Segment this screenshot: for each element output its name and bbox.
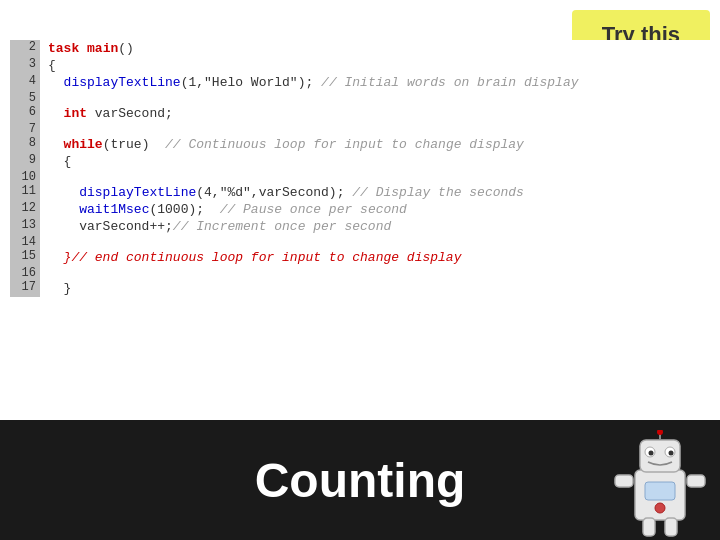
code-line [40, 91, 710, 105]
svg-rect-1 [640, 440, 680, 472]
table-row: 17 } [10, 280, 710, 297]
line-number: 16 [10, 266, 40, 280]
code-line [40, 170, 710, 184]
table-row: 3 { [10, 57, 710, 74]
line-number: 17 [10, 280, 40, 297]
code-line [40, 266, 710, 280]
code-line: int varSecond; [40, 105, 710, 122]
table-row: 8 while(true) // Continuous loop for inp… [10, 136, 710, 153]
code-line: task main() [40, 40, 710, 57]
code-line: }// end continuous loop for input to cha… [40, 249, 710, 266]
table-row: 6 int varSecond; [10, 105, 710, 122]
line-number: 13 [10, 218, 40, 235]
line-number: 2 [10, 40, 40, 57]
code-area: 2 task main() 3 { 4 displayTextLine(1,"H… [10, 40, 710, 410]
code-line: } [40, 280, 710, 297]
line-number: 11 [10, 184, 40, 201]
line-number: 10 [10, 170, 40, 184]
svg-point-7 [669, 451, 674, 456]
svg-point-3 [657, 430, 663, 435]
svg-rect-11 [665, 518, 677, 536]
svg-rect-8 [615, 475, 633, 487]
line-number: 3 [10, 57, 40, 74]
code-line [40, 235, 710, 249]
svg-rect-10 [643, 518, 655, 536]
robot-image [610, 430, 710, 540]
counting-label: Counting [255, 453, 466, 508]
table-row: 5 [10, 91, 710, 105]
table-row: 11 displayTextLine(4,"%d",varSecond); //… [10, 184, 710, 201]
code-line: wait1Msec(1000); // Pause once per secon… [40, 201, 710, 218]
table-row: 15 }// end continuous loop for input to … [10, 249, 710, 266]
code-line: while(true) // Continuous loop for input… [40, 136, 710, 153]
code-line: varSecond++;// Increment once per second [40, 218, 710, 235]
code-line: { [40, 153, 710, 170]
table-row: 16 [10, 266, 710, 280]
table-row: 2 task main() [10, 40, 710, 57]
line-number: 9 [10, 153, 40, 170]
code-line: displayTextLine(4,"%d",varSecond); // Di… [40, 184, 710, 201]
line-number: 6 [10, 105, 40, 122]
svg-rect-9 [687, 475, 705, 487]
svg-point-6 [649, 451, 654, 456]
table-row: 10 [10, 170, 710, 184]
table-row: 9 { [10, 153, 710, 170]
table-row: 13 varSecond++;// Increment once per sec… [10, 218, 710, 235]
table-row: 4 displayTextLine(1,"Helo World"); // In… [10, 74, 710, 91]
line-number: 5 [10, 91, 40, 105]
svg-point-13 [655, 503, 665, 513]
line-number: 7 [10, 122, 40, 136]
code-line: { [40, 57, 710, 74]
line-number: 8 [10, 136, 40, 153]
line-number: 15 [10, 249, 40, 266]
table-row: 12 wait1Msec(1000); // Pause once per se… [10, 201, 710, 218]
svg-rect-12 [645, 482, 675, 500]
table-row: 7 [10, 122, 710, 136]
table-row: 14 [10, 235, 710, 249]
code-line: displayTextLine(1,"Helo World"); // Init… [40, 74, 710, 91]
line-number: 12 [10, 201, 40, 218]
line-number: 14 [10, 235, 40, 249]
code-line [40, 122, 710, 136]
line-number: 4 [10, 74, 40, 91]
